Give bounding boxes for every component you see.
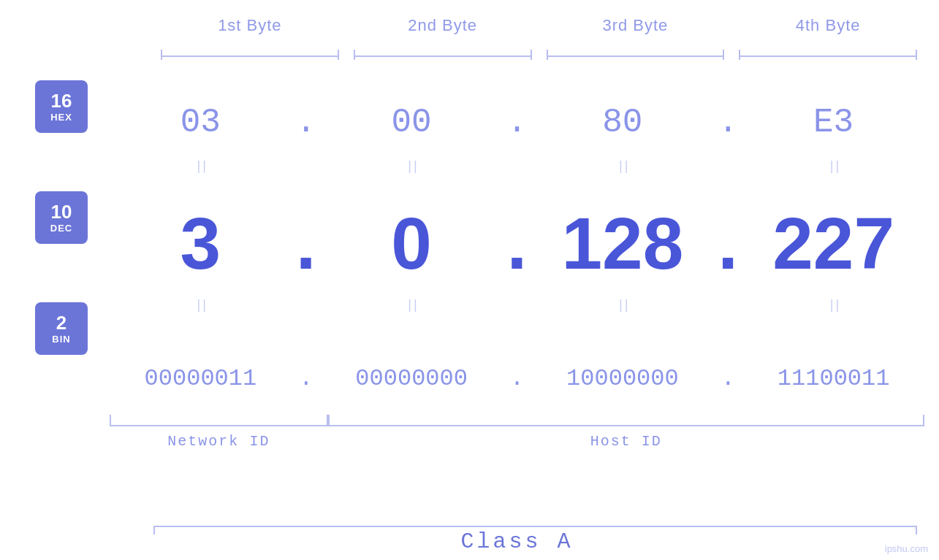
eq4: || xyxy=(742,159,924,174)
bin-row: 00000011 . 00000000 . 10000000 . xyxy=(110,349,924,407)
eq3: || xyxy=(532,159,714,174)
hex-row: 03 . 00 . 80 . E3 xyxy=(110,93,924,152)
hex-val-1: 03 xyxy=(110,104,292,142)
bin-dot-1: . xyxy=(292,365,321,392)
dec-dot-3: . xyxy=(713,202,742,285)
bin-dot-2: . xyxy=(503,365,532,392)
bracket-2 xyxy=(354,50,532,64)
eq8: || xyxy=(742,298,924,312)
dec-val-3: 128 xyxy=(532,207,714,280)
hex-badge-num: 16 xyxy=(51,91,72,112)
bracket-3 xyxy=(547,50,725,64)
watermark: ipshu.com xyxy=(885,543,928,554)
class-bracket-line xyxy=(153,526,917,527)
dec-dot-2: . xyxy=(503,202,532,285)
host-bracket xyxy=(328,415,924,426)
eq7: || xyxy=(532,298,714,312)
col-header-2: 2nd Byte xyxy=(346,16,539,35)
dec-badge-num: 10 xyxy=(51,202,72,223)
bracket-1 xyxy=(161,50,339,64)
dec-row: 3 . 0 . 128 . 227 xyxy=(110,203,924,283)
dec-val-2: 0 xyxy=(321,207,503,280)
col-header-4: 4th Byte xyxy=(731,16,924,35)
network-host-labels: Network ID Host ID xyxy=(110,433,924,450)
network-id-label: Network ID xyxy=(110,433,328,450)
bin-badge-label: BIN xyxy=(52,334,70,345)
eq1: || xyxy=(110,159,292,174)
rows-area: 03 . 00 . 80 . E3 xyxy=(110,64,924,560)
hex-dot-2: . xyxy=(503,104,532,142)
equals-hex-dec: || || || || xyxy=(110,159,924,174)
dec-val-4: 227 xyxy=(742,207,924,280)
col-header-1: 1st Byte xyxy=(153,16,346,35)
hex-badge: 16 HEX xyxy=(35,80,88,133)
dec-badge-label: DEC xyxy=(50,223,72,234)
dec-badge: 10 DEC xyxy=(35,191,88,244)
eq6: || xyxy=(321,298,503,312)
bin-val-3: 10000000 xyxy=(532,365,714,392)
network-bracket xyxy=(110,415,328,426)
bin-val-4: 11100011 xyxy=(742,365,924,392)
col-header-3: 3rd Byte xyxy=(539,16,732,35)
hex-dot-3: . xyxy=(713,104,742,142)
eq5: || xyxy=(110,298,292,312)
main-grid: 1st Byte 2nd Byte 3rd Byte 4th Byte 03 . xyxy=(110,0,924,560)
hex-val-4: E3 xyxy=(742,104,924,142)
host-id-label: Host ID xyxy=(328,433,924,450)
bin-val-2: 00000000 xyxy=(321,365,503,392)
dec-dot-1: . xyxy=(292,202,321,285)
bin-dot-3: . xyxy=(713,365,742,392)
hex-val-2: 00 xyxy=(321,104,503,142)
hex-badge-label: HEX xyxy=(50,112,72,123)
bin-badge-num: 2 xyxy=(56,312,66,334)
bin-badge: 2 BIN xyxy=(35,302,88,355)
bin-val-1: 00000011 xyxy=(110,365,292,392)
top-brackets xyxy=(153,50,924,64)
col-headers: 1st Byte 2nd Byte 3rd Byte 4th Byte xyxy=(153,16,924,35)
eq2: || xyxy=(321,159,503,174)
dec-val-1: 3 xyxy=(110,207,292,280)
hex-dot-1: . xyxy=(292,104,321,142)
bracket-4 xyxy=(739,50,917,64)
class-a-label: Class A xyxy=(110,529,924,554)
hex-val-3: 80 xyxy=(532,104,714,142)
equals-dec-bin: || || || || xyxy=(110,298,924,312)
